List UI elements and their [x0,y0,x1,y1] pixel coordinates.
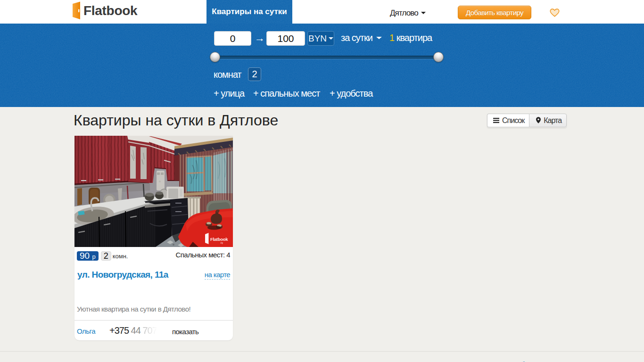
svg-text:.by: .by [220,242,223,244]
svg-text:Flatbook: Flatbook [210,237,228,242]
